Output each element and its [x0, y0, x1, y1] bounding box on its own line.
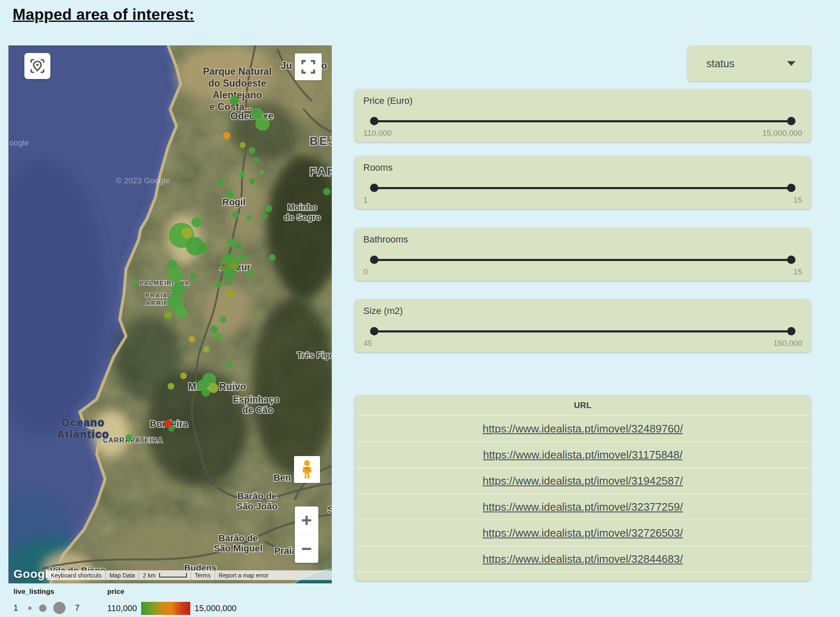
slider-handle-max[interactable] — [787, 256, 795, 264]
listing-dot[interactable] — [246, 215, 252, 221]
table-row: https://www.idealista.pt/imovel/32844683… — [355, 546, 811, 572]
listing-dot[interactable] — [210, 326, 218, 333]
slider-track[interactable] — [374, 259, 791, 261]
listing-dot[interactable] — [215, 334, 222, 340]
locate-area-button[interactable] — [24, 53, 50, 79]
map-label: Espinhaço — [233, 394, 279, 405]
table-row: https://www.idealista.pt/imovel/32377259… — [355, 493, 811, 519]
listing-dot[interactable] — [235, 243, 242, 249]
listing-url-link[interactable]: https://www.idealista.pt/imovel/31942587… — [483, 475, 683, 488]
listing-dot[interactable] — [197, 243, 207, 253]
report-map-error-link[interactable]: Report a map error — [215, 570, 272, 580]
listing-dot[interactable] — [181, 227, 192, 238]
listing-dot[interactable] — [220, 316, 226, 323]
listing-dot[interactable] — [172, 282, 185, 296]
terms-link[interactable]: Terms — [191, 570, 215, 580]
listing-dot[interactable] — [180, 372, 187, 379]
listing-dot[interactable] — [192, 217, 202, 227]
listing-dot[interactable] — [227, 239, 235, 247]
street-view-pegman-button[interactable] — [294, 456, 320, 483]
listing-dot[interactable] — [223, 276, 233, 285]
slider-handle-max[interactable] — [787, 117, 795, 125]
price-legend-min: 110,000 — [107, 604, 137, 613]
map-scale: 2 km — [139, 570, 190, 580]
slider-handle-min[interactable] — [370, 117, 378, 125]
map-attribution-bar: Keyboard shortcuts Map Data 2 km Terms R… — [47, 570, 332, 580]
scale-bar — [159, 573, 187, 577]
listing-url-link[interactable]: https://www.idealista.pt/imovel/31175848… — [483, 448, 682, 461]
map-label: FARO — [310, 165, 332, 178]
listing-dot[interactable] — [269, 254, 276, 261]
listing-dot[interactable] — [168, 267, 183, 282]
listing-dot[interactable] — [131, 280, 137, 286]
zoom-in-button[interactable] — [295, 506, 318, 535]
slider-track[interactable] — [374, 187, 791, 189]
listing-url-link[interactable]: https://www.idealista.pt/imovel/32844683… — [483, 553, 683, 566]
listing-dot[interactable] — [202, 388, 210, 397]
satellite-map[interactable]: Parque Naturaldo SudoesteAlentejanoe Cos… — [8, 45, 332, 583]
slider-handle-min[interactable] — [370, 256, 378, 264]
listing-dot[interactable] — [223, 132, 231, 140]
listing-dot[interactable] — [239, 171, 246, 178]
listing-dot[interactable] — [226, 289, 234, 298]
status-dropdown[interactable]: status — [688, 46, 811, 81]
slider-handle-min[interactable] — [370, 184, 378, 192]
listing-dot[interactable] — [217, 179, 224, 185]
table-row: https://www.idealista.pt/imovel/32049204… — [355, 572, 811, 581]
map-label: Praia — [274, 546, 297, 556]
listing-dot[interactable] — [253, 157, 259, 163]
slider-max-label: 15 — [793, 267, 802, 277]
listing-dot[interactable] — [265, 205, 272, 212]
map-data-link[interactable]: Map Data — [105, 570, 139, 580]
slider-handle-min[interactable] — [370, 327, 378, 335]
listing-dot[interactable] — [215, 281, 222, 288]
map-label: © 2023 Google — [116, 176, 170, 185]
slider-handle-max[interactable] — [787, 327, 795, 335]
status-dropdown-label: status — [706, 58, 735, 70]
listing-url-link[interactable]: https://www.idealista.pt/imovel/32377259… — [483, 501, 683, 514]
listing-url-link[interactable]: https://www.idealista.pt/imovel/32726503… — [483, 527, 683, 540]
zoom-out-button[interactable] — [295, 535, 318, 563]
slider-track[interactable] — [374, 120, 791, 122]
listing-dot[interactable] — [240, 142, 246, 148]
listing-dot[interactable] — [249, 178, 255, 184]
slider-track[interactable] — [374, 330, 791, 332]
listing-dot[interactable] — [190, 273, 197, 279]
listing-dot[interactable] — [262, 213, 268, 219]
listing-url-link[interactable]: https://www.idealista.pt/imovel/32489760… — [483, 422, 683, 435]
keyboard-shortcuts-link[interactable]: Keyboard shortcuts — [47, 570, 105, 580]
listing-dot[interactable] — [164, 419, 172, 428]
range-slider[interactable] — [374, 327, 791, 336]
listing-dot[interactable] — [249, 147, 255, 154]
size-legend-title: live_listings — [13, 588, 79, 596]
range-slider[interactable] — [374, 116, 791, 126]
listing-dot[interactable] — [126, 434, 132, 441]
fullscreen-button[interactable] — [295, 53, 322, 80]
listing-dot[interactable] — [222, 264, 226, 267]
listing-url-link[interactable]: https://www.idealista.pt/imovel/32049204… — [483, 579, 683, 581]
listing-dot[interactable] — [164, 311, 172, 319]
listing-dot[interactable] — [189, 336, 195, 343]
listing-dot[interactable] — [259, 170, 264, 175]
listing-dot[interactable] — [247, 270, 253, 277]
listing-dot[interactable] — [203, 346, 210, 353]
slider-label: Price (Euro) — [363, 95, 412, 106]
listing-dot[interactable] — [168, 383, 174, 390]
range-slider[interactable] — [374, 255, 791, 264]
listing-dot[interactable] — [226, 361, 233, 367]
listing-dot[interactable] — [255, 116, 270, 131]
listing-dot[interactable] — [230, 96, 239, 105]
range-slider[interactable] — [374, 183, 791, 192]
listing-dot[interactable] — [240, 254, 247, 261]
size-dot-large — [53, 602, 66, 614]
filters-panel: status Price (Euro) 110,000 15,000,000 R… — [355, 46, 811, 588]
slider-max-label: 150,000 — [773, 339, 802, 348]
listing-dot[interactable] — [176, 307, 187, 319]
map-label: São João — [236, 501, 278, 512]
listing-dot[interactable] — [226, 191, 234, 198]
price-legend-max: 15,000,000 — [194, 604, 236, 613]
map-label: Barão de — [218, 533, 258, 543]
slider-handle-max[interactable] — [787, 184, 795, 192]
listing-dot[interactable] — [323, 188, 331, 195]
listing-dot[interactable] — [232, 211, 239, 218]
